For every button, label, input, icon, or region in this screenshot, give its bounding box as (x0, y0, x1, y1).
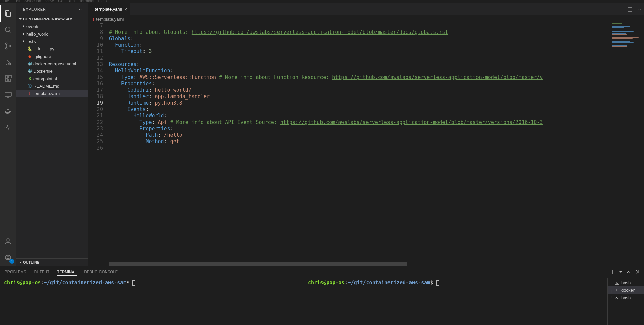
breadcrumb-file: template.yaml (96, 17, 124, 22)
tree-label: tests (26, 39, 36, 44)
settings-badge: 1 (9, 259, 14, 264)
svg-rect-5 (5, 76, 8, 78)
tree-label: __init__.py (33, 46, 54, 51)
svg-point-0 (5, 27, 10, 32)
editor-area: ! template.yaml × ··· ! template.yaml 78… (88, 3, 644, 266)
tree-label: hello_world (26, 31, 49, 37)
py-icon: 🐍 (26, 46, 33, 51)
tab-debug-console[interactable]: DEBUG CONSOLE (84, 268, 119, 275)
terminal-pane-1[interactable]: chris@pop-os:~/git/containerized-aws-sam… (0, 278, 304, 325)
tab-filename: template.yaml (95, 7, 122, 12)
tab-problems[interactable]: PROBLEMS (4, 268, 27, 275)
project-name: CONTAINERIZED-AWS-SAM (23, 17, 72, 21)
explorer-more-icon[interactable]: ··· (79, 7, 84, 12)
docker-icon: 🐳 (26, 68, 33, 74)
svg-point-3 (9, 45, 11, 47)
new-terminal-icon[interactable] (609, 269, 615, 275)
scm-activity[interactable] (0, 38, 16, 54)
chevron-right-icon (18, 260, 23, 265)
tree-label: entrypoint.sh (33, 76, 58, 81)
run-activity[interactable] (0, 54, 16, 70)
menu-selection[interactable]: Selection (24, 0, 41, 3)
menu-view[interactable]: View (45, 0, 54, 3)
tree-label: template.yaml (33, 91, 61, 96)
menu-go[interactable]: Go (58, 0, 63, 3)
file-readme-md[interactable]: ⓘREADME.md (16, 82, 88, 90)
chevron-right-icon (21, 31, 26, 37)
tree-label: docker-compose.yaml (33, 61, 76, 66)
search-activity[interactable] (0, 22, 16, 38)
file-docker-compose-yaml[interactable]: 🐳docker-compose.yaml (16, 60, 88, 67)
activity-bar: 1 (0, 3, 16, 266)
svg-rect-7 (8, 79, 11, 81)
terminal-dropdown-icon[interactable] (619, 270, 622, 274)
bottom-panel: PROBLEMS OUTPUT TERMINAL DEBUG CONSOLE c… (0, 266, 644, 325)
outline-label: OUTLINE (23, 260, 39, 264)
tree-label: Dockerfile (33, 69, 53, 74)
terminal-entry-bash[interactable]: └bash (608, 294, 644, 301)
folder-tests[interactable]: tests (16, 38, 88, 45)
file--gitignore[interactable]: ◆.gitignore (16, 52, 88, 60)
outline-section[interactable]: OUTLINE (16, 258, 88, 266)
file-template-yaml[interactable]: !template.yaml (16, 90, 88, 97)
menu-terminal[interactable]: Terminal (79, 0, 94, 3)
maximize-panel-icon[interactable] (626, 269, 631, 274)
menu-file[interactable]: File (3, 0, 9, 3)
chevron-right-icon (21, 39, 26, 44)
terminal-icon (615, 288, 619, 292)
terminal-pane-2[interactable]: chris@pop-os:~/git/containerized-aws-sam… (304, 278, 607, 325)
accounts-activity[interactable] (0, 233, 16, 250)
horizontal-scrollbar[interactable] (109, 262, 474, 266)
tab-bar: ! template.yaml × ··· (88, 3, 644, 15)
close-tab-icon[interactable]: × (124, 7, 127, 12)
yaml-icon: ! (26, 91, 33, 96)
menu-help[interactable]: Help (98, 0, 107, 3)
close-panel-icon[interactable] (635, 269, 640, 274)
explorer-activity[interactable] (0, 5, 16, 22)
docker-icon: 🐳 (26, 61, 33, 66)
folder-hello-world[interactable]: hello_world (16, 30, 88, 38)
editor-tab[interactable]: ! template.yaml × (88, 3, 130, 15)
docker-activity[interactable] (0, 103, 16, 119)
menu-run[interactable]: Run (67, 0, 75, 3)
tree-label: README.md (33, 84, 59, 89)
breadcrumb[interactable]: ! template.yaml (88, 15, 644, 23)
remote-activity[interactable] (0, 87, 16, 103)
file-dockerfile[interactable]: 🐳Dockerfile (16, 67, 88, 75)
chevron-down-icon (18, 16, 23, 22)
code-editor[interactable]: 7891011121314151617181920212223242526 # … (88, 23, 644, 266)
terminal-entry-docker[interactable]: ┌docker (608, 286, 644, 294)
terminal-entry-bash[interactable]: bash (608, 279, 644, 286)
tree-label: events (26, 24, 39, 29)
folder-events[interactable]: events (16, 23, 88, 30)
code-content[interactable]: # More info about Globals: https://githu… (109, 23, 543, 266)
yaml-icon: ! (93, 17, 94, 22)
minimap[interactable] (610, 23, 644, 266)
file---init---py[interactable]: 🐍__init__.py (16, 45, 88, 52)
yaml-icon: ! (91, 7, 93, 12)
chevron-right-icon (21, 24, 26, 29)
line-gutter: 7891011121314151617181920212223242526 (88, 23, 109, 266)
svg-point-2 (6, 48, 7, 49)
explorer-title: EXPLORER (23, 7, 46, 12)
md-icon: ⓘ (26, 83, 33, 89)
editor-more-icon[interactable]: ··· (636, 7, 642, 12)
project-root[interactable]: CONTAINERIZED-AWS-SAM (16, 15, 88, 23)
extensions-activity[interactable] (0, 70, 16, 87)
menu-edit[interactable]: Edit (13, 0, 20, 3)
git-icon: ◆ (26, 53, 33, 59)
thunder-activity[interactable] (0, 119, 16, 135)
tab-terminal[interactable]: TERMINAL (57, 268, 77, 276)
terminal-list: bash┌docker└bash (607, 278, 644, 325)
settings-activity[interactable]: 1 (0, 250, 16, 266)
tab-output[interactable]: OUTPUT (33, 268, 50, 275)
svg-rect-6 (5, 79, 8, 81)
svg-point-1 (6, 43, 7, 45)
terminal-name: bash (621, 295, 631, 300)
file-entrypoint-sh[interactable]: $entrypoint.sh (16, 75, 88, 82)
sh-icon: $ (26, 76, 33, 81)
tree-label: .gitignore (33, 54, 51, 59)
split-editor-icon[interactable] (627, 7, 633, 12)
terminal-name: docker (621, 288, 635, 293)
terminal-icon (615, 280, 619, 285)
